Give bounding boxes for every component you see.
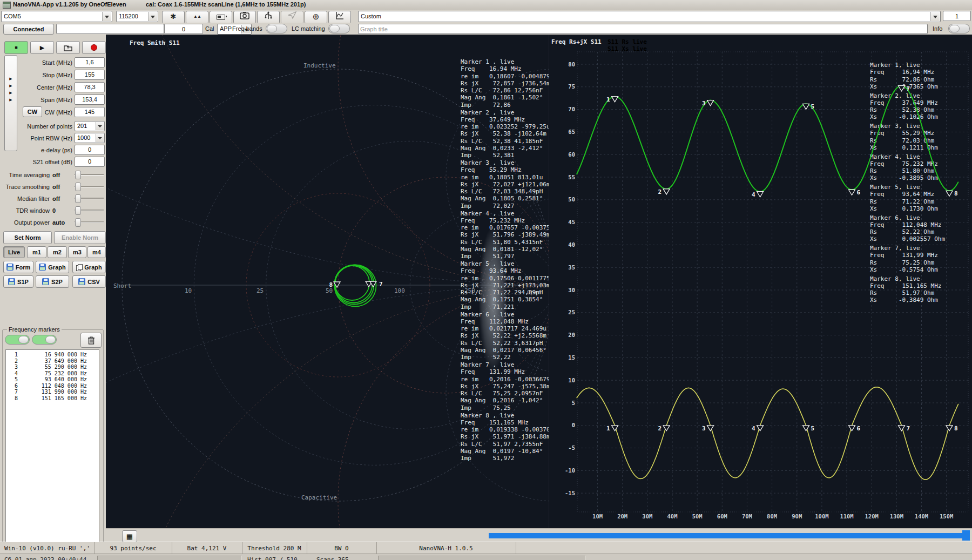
toolbar-row1: COM5 115200 ✱ ▲▲ bbox=[0, 10, 972, 23]
chevron-down-icon[interactable] bbox=[102, 12, 111, 21]
slider-thumb[interactable] bbox=[75, 183, 81, 191]
record-button[interactable] bbox=[82, 41, 106, 54]
marker-readout-line: Xs 0,1211 Ohm bbox=[870, 144, 938, 151]
svg-text:140M: 140M bbox=[915, 513, 928, 519]
save-s2p-button[interactable]: S2P bbox=[36, 275, 69, 288]
send-icon bbox=[288, 11, 296, 19]
rs-xs-plot-panel[interactable]: 80757065605550454035302520151050-5-10-15… bbox=[549, 35, 972, 528]
info-toggle[interactable] bbox=[948, 24, 970, 33]
recall-button[interactable] bbox=[56, 41, 80, 54]
median-filter-slider[interactable] bbox=[75, 194, 104, 202]
svg-text:60: 60 bbox=[568, 151, 575, 158]
start-field[interactable]: 1,6 bbox=[75, 57, 105, 68]
time-averaging-slider[interactable] bbox=[75, 171, 104, 178]
graph-view-button[interactable] bbox=[328, 11, 351, 24]
status-progress-box bbox=[97, 556, 241, 560]
graph-icon bbox=[335, 11, 344, 20]
memory-m1-button[interactable]: m1 bbox=[27, 246, 46, 258]
command-field[interactable] bbox=[56, 24, 164, 34]
frequency-marker-row[interactable]: 8151 165 000 Hz bbox=[6, 395, 99, 402]
firmware-upload-button[interactable]: ▲▲ bbox=[186, 11, 208, 24]
frequency-marker-list[interactable]: 116 940 000 Hz237 649 000 Hz355 290 000 … bbox=[5, 349, 99, 560]
marker-readout-line: re im 0,021717 24,469u bbox=[461, 325, 546, 332]
svg-text:45: 45 bbox=[568, 219, 575, 225]
com-port-select[interactable]: COM5 bbox=[1, 11, 112, 22]
rbw-select[interactable]: 1000 bbox=[75, 133, 105, 143]
slider-thumb[interactable] bbox=[75, 171, 81, 179]
polar-view-button[interactable]: ⊕ bbox=[305, 11, 327, 24]
slider-thumb[interactable] bbox=[75, 218, 81, 227]
slider-thumb[interactable] bbox=[75, 194, 81, 203]
send-button bbox=[281, 11, 303, 24]
memory-m3-button[interactable]: m3 bbox=[68, 246, 86, 258]
right-arrow-icon[interactable]: ▶ bbox=[9, 89, 12, 96]
frequency-marker-row[interactable]: 475 232 000 Hz bbox=[6, 370, 99, 377]
markers-toggle-2[interactable] bbox=[32, 335, 57, 345]
chevron-down-icon[interactable] bbox=[96, 122, 104, 130]
svg-text:60M: 60M bbox=[717, 513, 727, 519]
smith-marker-readout: Marker 6 , liveFreq 112,048 MHzre im 0,0… bbox=[461, 311, 546, 361]
connected-button[interactable]: Connected bbox=[3, 24, 54, 35]
marker-readout-title: Marker 3, live bbox=[870, 123, 938, 130]
cw-field[interactable]: 145 bbox=[75, 107, 105, 117]
frequency-marker-row[interactable]: 7131 990 000 Hz bbox=[6, 389, 99, 395]
trace-smoothing-slider[interactable] bbox=[75, 183, 104, 190]
battery-button[interactable] bbox=[210, 11, 232, 24]
center-field[interactable]: 78,3 bbox=[75, 82, 105, 92]
title-bar[interactable]: NanoVNA-App v1.1.205 by OneOfEleven cal:… bbox=[0, 0, 972, 10]
chevron-down-icon[interactable] bbox=[96, 134, 104, 142]
lc-matching-toggle[interactable] bbox=[328, 24, 350, 33]
marker-readout-line: Imp 52,381 bbox=[461, 152, 549, 159]
frequency-marker-row[interactable]: 116 940 000 Hz bbox=[6, 352, 99, 358]
s21-offset-field[interactable]: 0 bbox=[75, 157, 105, 167]
smith-chart-panel[interactable]: Freq Smith S11 Inductive Capacitive Shor… bbox=[106, 35, 549, 528]
settings-button[interactable]: ✱ bbox=[162, 11, 185, 24]
copy-graph-button[interactable]: Graph bbox=[72, 261, 106, 273]
right-arrow-icon[interactable]: ▶ bbox=[9, 75, 12, 82]
marker-readout-line: Freq 131,99 MHz bbox=[461, 368, 549, 375]
stop-button[interactable]: ■ bbox=[4, 41, 28, 54]
table-view-button[interactable]: ▦ bbox=[122, 530, 137, 542]
save-form-button[interactable]: Form bbox=[3, 261, 33, 273]
number-field[interactable] bbox=[164, 24, 203, 34]
save-csv-button[interactable]: CSV bbox=[72, 275, 106, 288]
screenshot-button[interactable] bbox=[233, 11, 256, 24]
stop-field[interactable]: 155 bbox=[75, 70, 105, 80]
baud-rate-select[interactable]: 115200 bbox=[116, 11, 158, 22]
chevron-down-icon[interactable] bbox=[930, 12, 940, 21]
start-label: Start (MHz) bbox=[16, 59, 72, 66]
output-power-slider[interactable] bbox=[75, 218, 104, 226]
points-select[interactable]: 201 bbox=[75, 121, 105, 131]
edelay-field[interactable]: 0 bbox=[75, 145, 105, 155]
frequency-marker-row[interactable]: 237 649 000 Hz bbox=[6, 358, 99, 365]
memory-m4-button[interactable]: m4 bbox=[87, 246, 106, 258]
markers-toggle-1[interactable] bbox=[5, 335, 30, 345]
profile-select[interactable]: Custom bbox=[358, 11, 941, 22]
status-progress-box bbox=[378, 556, 585, 560]
tdr-window-slider[interactable] bbox=[75, 206, 104, 214]
usb-button[interactable] bbox=[257, 11, 280, 24]
screens-count-field[interactable] bbox=[943, 11, 971, 21]
right-arrow-icon[interactable]: ▶ bbox=[9, 82, 12, 89]
memory-m2-button[interactable]: m2 bbox=[48, 246, 67, 258]
save-graph-button[interactable]: Graph bbox=[36, 261, 69, 273]
right-arrow-icon[interactable]: ▶ bbox=[9, 96, 12, 103]
frequency-marker-row[interactable]: 593 640 000 Hz bbox=[6, 376, 99, 383]
svg-text:40M: 40M bbox=[667, 513, 678, 519]
memory-live-button[interactable]: Live bbox=[3, 246, 25, 258]
time-averaging-value: off bbox=[52, 172, 60, 178]
slider-thumb[interactable] bbox=[75, 206, 81, 215]
band-presets-strip[interactable]: ▶ ▶ ▶ ▶ bbox=[4, 55, 17, 151]
frequency-marker-row[interactable]: 6112 048 000 Hz bbox=[6, 383, 99, 389]
marker-readout-line: Freq 37,649 MHz bbox=[461, 116, 549, 123]
frequency-marker-row[interactable]: 355 290 000 Hz bbox=[6, 364, 99, 370]
delete-markers-button[interactable] bbox=[80, 333, 102, 348]
chevron-down-icon[interactable] bbox=[148, 12, 157, 21]
play-button[interactable]: ▶ bbox=[30, 41, 54, 54]
set-norm-button[interactable]: Set Norm bbox=[3, 231, 52, 244]
span-field[interactable]: 153,4 bbox=[75, 95, 105, 105]
save-s1p-button[interactable]: S1P bbox=[3, 275, 33, 288]
marker-readout-line: Freq 37,649 MHz bbox=[870, 99, 938, 106]
freq-bands-toggle[interactable] bbox=[266, 24, 287, 33]
graph-title-field[interactable] bbox=[358, 24, 928, 34]
